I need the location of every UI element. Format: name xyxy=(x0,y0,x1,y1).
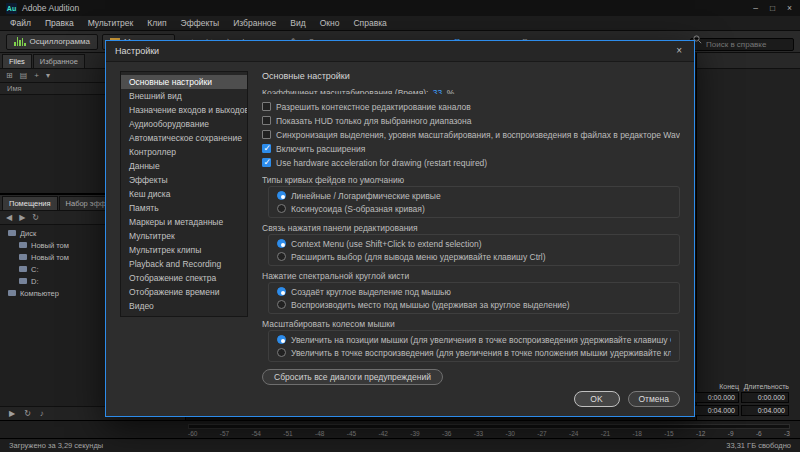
radio-extend-selection[interactable]: Расширить выбор (для вывода меню удержив… xyxy=(277,250,671,263)
preferences-category-item[interactable]: Эффекты xyxy=(121,173,247,187)
cancel-button[interactable]: Отмена xyxy=(628,391,681,407)
radio-cosine-curve[interactable]: Косинусоида (S-образная кривая) xyxy=(277,202,671,215)
dialog-header[interactable]: Настройки × xyxy=(106,41,694,62)
db-tick-label: -21 xyxy=(601,430,610,437)
preferences-category-item[interactable]: Кеш диска xyxy=(121,187,247,201)
preferences-category-item[interactable]: Контроллер xyxy=(121,145,247,159)
preferences-category-item[interactable]: Маркеры и метаданные xyxy=(121,215,247,229)
radio-icon[interactable] xyxy=(277,191,286,200)
audition-audio-icon[interactable]: ♪ xyxy=(40,409,44,418)
right-panel-header xyxy=(697,53,800,69)
preferences-category-item[interactable]: Мультитрек клипы xyxy=(121,243,247,257)
checkbox-list: Разрешить контекстное редактирование кан… xyxy=(262,100,680,170)
tab-media-browser[interactable]: Помещения xyxy=(2,196,58,210)
refresh-icon[interactable]: ↻ xyxy=(32,213,39,222)
radio-icon[interactable] xyxy=(277,239,286,248)
radio-zoom-at-playhead[interactable]: Увеличить в точке воспроизведения (для у… xyxy=(277,346,671,359)
filter-icon[interactable]: ▾ xyxy=(46,71,50,80)
preferences-category-item[interactable]: Отображение времени xyxy=(121,285,247,299)
radio-icon[interactable] xyxy=(277,335,286,344)
spectral-brush-group: Нажатие спектральной круглой кисти Созда… xyxy=(262,271,680,314)
preferences-category-item[interactable]: Playback and Recording xyxy=(121,257,247,271)
menu-item[interactable]: Правка xyxy=(38,16,81,31)
reset-warning-dialogs-button[interactable]: Сбросить все диалоги предупреждений xyxy=(262,369,443,385)
db-tick-label: -36 xyxy=(442,430,451,437)
zoom-factor-value[interactable]: 33 xyxy=(431,88,444,94)
waveform-icon xyxy=(14,37,26,46)
radio-icon[interactable] xyxy=(277,300,286,309)
checkbox-icon[interactable] xyxy=(262,116,271,125)
radio-zoom-at-mouse[interactable]: Увеличить на позиции мышки (для увеличен… xyxy=(277,333,671,346)
db-tick-label: -15 xyxy=(664,430,673,437)
waveform-view-button[interactable]: Осциллограмма xyxy=(6,34,98,50)
col-duration: Длительность xyxy=(741,383,789,390)
menu-item[interactable]: Справка xyxy=(346,16,393,31)
radio-icon[interactable] xyxy=(277,348,286,357)
drive-icon xyxy=(19,266,27,272)
view-end[interactable]: 0:04.000 xyxy=(691,405,739,416)
search-input[interactable] xyxy=(690,38,794,51)
preferences-category-item[interactable]: Внешний вид xyxy=(121,89,247,103)
db-tick-label: -57 xyxy=(220,430,229,437)
menu-item[interactable]: Окно xyxy=(313,16,347,31)
view-duration[interactable]: 0:04.000 xyxy=(741,405,789,416)
checkbox-icon[interactable] xyxy=(262,158,271,167)
db-tick-label: -48 xyxy=(315,430,324,437)
back-icon[interactable]: ◀ xyxy=(6,213,12,222)
radio-icon[interactable] xyxy=(277,252,286,261)
dialog-close-icon[interactable]: × xyxy=(673,45,685,57)
new-file-icon[interactable]: + xyxy=(34,71,39,80)
menu-item[interactable]: Эффекты xyxy=(174,16,227,31)
checkbox-icon[interactable] xyxy=(262,144,271,153)
minimize-button[interactable]: – xyxy=(753,3,758,13)
section-heading: Основные настройки xyxy=(262,71,680,81)
selection-end[interactable]: 0:00.000 xyxy=(691,392,739,403)
radio-context-menu[interactable]: Context Menu (use Shift+Click to extend … xyxy=(277,237,671,250)
files-name-column-header[interactable]: Имя xyxy=(7,84,22,93)
preferences-category-item[interactable]: Автоматическое сохранение xyxy=(121,131,247,145)
preferences-category-item[interactable]: Видео xyxy=(121,299,247,313)
radio-linear-curves[interactable]: Линейные / Логарифмические кривые xyxy=(277,189,671,202)
checkbox-icon[interactable] xyxy=(262,102,271,111)
db-tick-label: -45 xyxy=(347,430,356,437)
selection-duration[interactable]: 0:00.000 xyxy=(741,392,789,403)
menu-item[interactable]: Избранное xyxy=(226,16,283,31)
menu-item[interactable]: Клип xyxy=(140,16,173,31)
zoom-factor-row: Коэффициент масштабирования (Время): 33 … xyxy=(262,88,680,94)
preferences-category-item[interactable]: Назначение входов и выходов xyxy=(121,103,247,117)
open-file-icon[interactable]: ▤ xyxy=(20,71,28,80)
radio-circular-selection[interactable]: Создаёт круглое выделение под мышью xyxy=(277,285,671,298)
tab-favorites[interactable]: Избранное xyxy=(33,54,85,68)
play-icon[interactable]: ▶ xyxy=(9,409,15,418)
dialog-title: Настройки xyxy=(115,46,159,56)
preferences-category-item[interactable]: Аудиооборудование xyxy=(121,117,247,131)
tab-files[interactable]: Files xyxy=(2,54,32,68)
checkbox-row[interactable]: Разрешить контекстное редактирование кан… xyxy=(262,100,680,113)
menu-item[interactable]: Файл xyxy=(3,16,38,31)
loop-icon[interactable]: ↻ xyxy=(24,409,31,418)
checkbox-row[interactable]: Синхронизация выделения, уровня масштаби… xyxy=(262,128,680,141)
preferences-category-item[interactable]: Память xyxy=(121,201,247,215)
checkbox-row[interactable]: Включить расширения xyxy=(262,142,680,155)
preferences-category-item[interactable]: Отображение спектра xyxy=(121,271,247,285)
preferences-category-item[interactable]: Основные настройки xyxy=(121,75,247,89)
audition-app-icon: Au xyxy=(6,3,17,14)
preferences-category-item[interactable]: Мультитрек xyxy=(121,229,247,243)
db-tick-label: -18 xyxy=(633,430,642,437)
menu-item[interactable]: Вид xyxy=(283,16,312,31)
forward-icon[interactable]: ▶ xyxy=(19,213,25,222)
radio-play-under-mouse[interactable]: Воспроизводить место под мышью (удержива… xyxy=(277,298,671,311)
db-tick-label: -54 xyxy=(252,430,261,437)
import-file-icon[interactable]: ⊞ xyxy=(6,71,13,80)
checkbox-row[interactable]: Показать HUD только для выбранного диапа… xyxy=(262,114,680,127)
radio-icon[interactable] xyxy=(277,287,286,296)
checkbox-icon[interactable] xyxy=(262,130,271,139)
preferences-category-item[interactable]: Данные xyxy=(121,159,247,173)
checkbox-row[interactable]: Use hardware acceleration for drawing (r… xyxy=(262,156,680,169)
close-button[interactable]: × xyxy=(787,3,792,13)
meter-db-ruler: -60-57-54-51-48-45-42-39-36-33-30-27-24-… xyxy=(188,430,790,437)
menu-item[interactable]: Мультитрек xyxy=(81,16,141,31)
ok-button[interactable]: OK xyxy=(574,391,620,407)
radio-icon[interactable] xyxy=(277,204,286,213)
maximize-button[interactable]: □ xyxy=(770,3,775,13)
